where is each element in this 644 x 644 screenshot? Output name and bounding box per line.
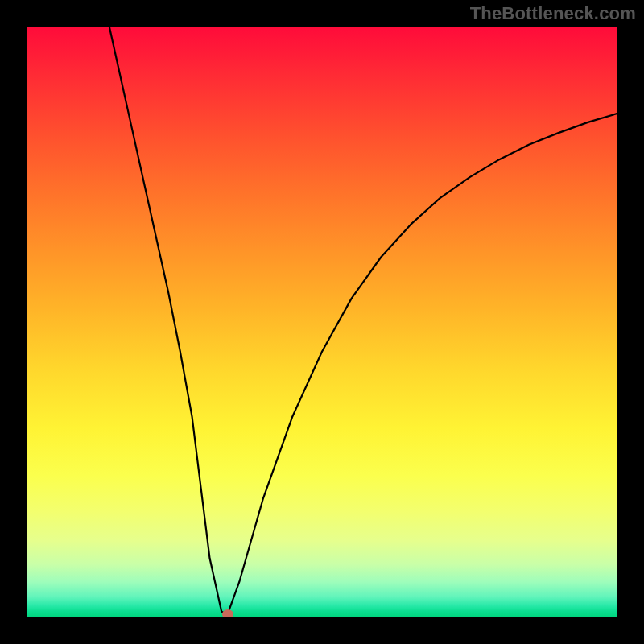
optimal-point-marker <box>222 609 233 617</box>
chart-frame: TheBottleneck.com <box>0 0 644 644</box>
plot-area <box>27 27 617 617</box>
bottleneck-curve <box>109 27 617 614</box>
curve-svg <box>27 27 617 617</box>
attribution-text: TheBottleneck.com <box>470 3 636 24</box>
